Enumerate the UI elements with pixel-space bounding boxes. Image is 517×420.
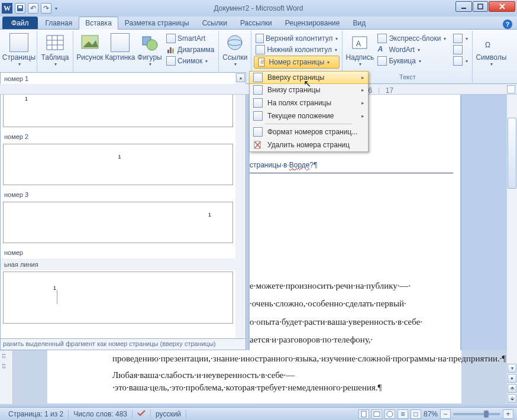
tab-file[interactable]: Файл [2, 17, 38, 29]
browse-object-icon[interactable]: ● [508, 374, 516, 383]
help-icon[interactable]: ? [503, 20, 512, 29]
gallery-scrollbar[interactable]: ▴ ▾ [235, 73, 245, 350]
shapes-button[interactable]: Фигуры ▾ [136, 32, 163, 67]
status-language[interactable]: русский [151, 410, 186, 418]
status-page[interactable]: Страница: 1 из 2 [4, 410, 69, 418]
picture-button[interactable]: Рисунок [76, 32, 104, 62]
svg-text:#: # [260, 58, 264, 66]
pages-label: Страницы [2, 53, 35, 62]
zoom-level[interactable]: 87% [424, 410, 438, 418]
tab-view[interactable]: Вид [346, 17, 372, 29]
maximize-button[interactable] [473, 1, 488, 12]
svg-rect-25 [374, 412, 380, 416]
vertical-scrollbar[interactable]: ▴ ▾ ● ⬘ ⬙ [507, 84, 517, 403]
scroll-thumb[interactable] [508, 118, 516, 189]
document-area-lower: проведению·презентации,·знание·иностранн… [0, 350, 517, 405]
next-page-icon[interactable]: ⬙ [508, 394, 516, 403]
textbox-label: Надпись [346, 53, 374, 62]
view-outline[interactable]: ≡ [398, 409, 408, 419]
symbols-button[interactable]: Ω Символы ▾ [475, 32, 507, 67]
tab-home[interactable]: Главная [39, 17, 79, 29]
scroll-up-icon[interactable]: ▴ [236, 73, 245, 82]
quickparts-button[interactable]: Экспресс-блоки▾ [376, 33, 448, 44]
prev-page-icon[interactable]: ⬘ [508, 384, 516, 393]
gallery-item[interactable]: 1 [3, 202, 233, 243]
gallery-item[interactable]: 1 [3, 144, 233, 185]
gallery-cat-2: номер 2 [1, 131, 235, 143]
tab-insert[interactable]: Вставка [79, 17, 118, 30]
pages-button[interactable]: Страницы ▾ [4, 32, 34, 67]
pn-top-of-page[interactable]: Вверху страницы▸ [249, 71, 369, 84]
pn-format[interactable]: Формат номеров страниц... [250, 125, 368, 138]
doc-paragraph: ·очень·сложно,·особенно·сделать·первый· [250, 298, 453, 309]
screenshot-icon [166, 56, 176, 66]
ruler-toggle[interactable] [507, 85, 515, 93]
page-format-icon [253, 127, 263, 137]
zoom-in-button[interactable]: + [503, 409, 513, 419]
links-button[interactable]: Ссылки ▾ [221, 32, 248, 67]
zoom-slider[interactable] [453, 413, 500, 415]
view-web-layout[interactable] [384, 409, 395, 419]
object-button[interactable]: ▾ [451, 56, 470, 66]
svg-rect-24 [361, 411, 366, 417]
minimize-button[interactable] [455, 1, 472, 12]
page-number-menu: Вверху страницы▸ Внизу страницы▸ На поля… [249, 71, 369, 152]
tab-references[interactable]: Ссылки [196, 17, 234, 29]
datetime-button[interactable] [451, 44, 470, 55]
zoom-out-button[interactable]: − [440, 409, 451, 419]
gallery-footer[interactable]: ранить выделенный фрагмент как номер стр… [0, 338, 246, 350]
smartart-button[interactable]: SmartArt [164, 33, 216, 44]
undo-button[interactable]: ↶ [28, 3, 38, 14]
links-icon [225, 33, 244, 52]
screenshot-button[interactable]: Снимок▾ [164, 56, 216, 66]
tab-layout[interactable]: Разметка страницы [118, 17, 196, 29]
svg-point-26 [387, 411, 393, 417]
object-icon [453, 56, 463, 66]
status-proofing[interactable] [133, 409, 151, 418]
pn-remove[interactable]: Удалить номера страниц [250, 138, 368, 151]
table-button[interactable]: Таблица ▾ [40, 32, 70, 67]
doc-paragraph: о·опыта·будет·расти·ваша·уверенность·в·с… [250, 316, 453, 328]
pn-page-margins[interactable]: На полях страницы▸ [250, 96, 368, 109]
tab-review[interactable]: Рецензирование [279, 17, 347, 29]
gallery-item[interactable]: 1 [3, 272, 233, 324]
scroll-down-icon[interactable]: ▾ [508, 364, 516, 373]
pn-current-position[interactable]: Текущее положение▸ [250, 109, 368, 122]
status-words[interactable]: Число слов: 483 [69, 410, 133, 418]
view-print-layout[interactable] [358, 409, 369, 419]
clipart-button[interactable]: Картинка [105, 32, 135, 62]
view-full-screen[interactable] [371, 409, 382, 419]
doc-paragraph: проведению·презентации,·знание·иностранн… [112, 353, 438, 364]
chart-button[interactable]: Диаграмма [164, 44, 216, 55]
tab-mailings[interactable]: Рассылки [234, 17, 279, 29]
svg-text:A: A [356, 40, 361, 48]
title-bar: W ↶ ↷ ▾ Документ2 - Microsoft Word [0, 0, 517, 17]
word-icon[interactable]: W [2, 3, 12, 14]
close-button[interactable] [489, 1, 515, 12]
links-label: Ссылки [222, 53, 247, 62]
textbox-icon: A [350, 33, 369, 52]
svg-rect-14 [170, 47, 172, 53]
redo-button[interactable]: ↷ [41, 3, 51, 14]
quick-access-toolbar: W ↶ ↷ ▾ [0, 3, 57, 14]
quickparts-icon [377, 34, 387, 43]
picture-icon [80, 33, 99, 52]
footer-icon [256, 45, 265, 54]
doc-paragraph: ается·и·разговоров·по·телефону,· [250, 334, 453, 345]
submenu-arrow-icon: ▸ [361, 75, 364, 80]
wordart-button[interactable]: AWordArt▾ [376, 44, 448, 55]
signature-button[interactable]: ▾ [451, 33, 470, 44]
save-button[interactable] [15, 3, 25, 14]
zoom-knob[interactable] [484, 411, 489, 418]
pn-bottom-of-page[interactable]: Внизу страницы▸ [250, 83, 368, 96]
dropcap-button[interactable]: Буквица▾ [376, 56, 448, 66]
textbox-button[interactable]: A Надпись ▾ [345, 32, 374, 67]
header-button[interactable]: Верхний колонтитул▾ [254, 33, 340, 44]
qat-customize-icon[interactable]: ▾ [55, 6, 57, 11]
footer-button[interactable]: Нижний колонтитул▾ [254, 44, 340, 55]
submenu-arrow-icon: ▸ [361, 100, 364, 106]
view-draft[interactable]: □ [411, 409, 421, 419]
page-number-button[interactable]: #Номер страницы▾ [254, 56, 340, 69]
vertical-ruler[interactable]: 1213 [0, 351, 13, 404]
omega-icon: Ω [482, 33, 500, 52]
